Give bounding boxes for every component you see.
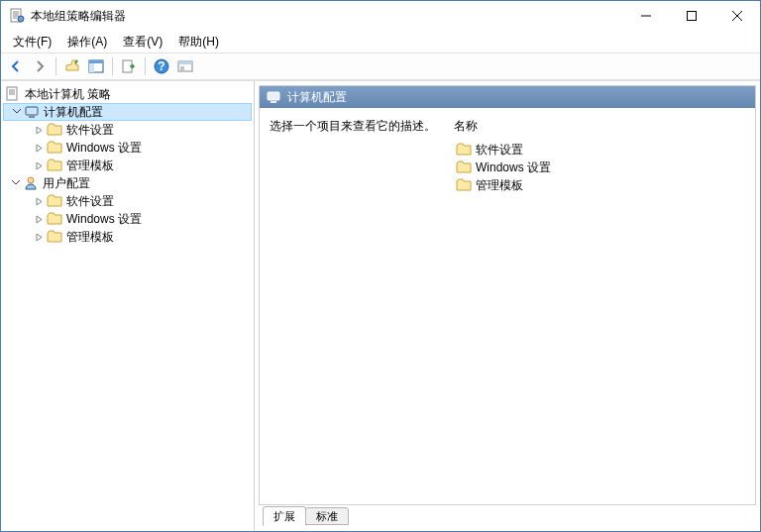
forward-button[interactable] [29, 55, 51, 77]
policy-icon [5, 86, 21, 102]
tree-label: 管理模板 [66, 158, 114, 174]
description-column: 选择一个项目来查看它的描述。 [270, 118, 438, 494]
tree-windows-settings[interactable]: Windows 设置 [3, 210, 252, 228]
tree-label: 软件设置 [66, 122, 114, 139]
detail-title: 计算机配置 [287, 89, 347, 106]
folder-icon [456, 142, 472, 158]
tree-computer-config[interactable]: 计算机配置 [3, 103, 252, 121]
tab-strip: 扩展 标准 [259, 505, 756, 527]
list-column: 名称 软件设置 Windows 设置 管理模板 [454, 118, 745, 494]
folder-icon [47, 211, 62, 227]
computer-icon [266, 89, 281, 105]
tree-admin-templates[interactable]: 管理模板 [3, 228, 252, 246]
menu-file[interactable]: 文件(F) [5, 32, 59, 53]
folder-icon [47, 122, 62, 138]
tree-label: Windows 设置 [66, 140, 142, 157]
folder-icon [47, 193, 62, 209]
collapse-icon[interactable] [10, 106, 22, 118]
svg-rect-2 [688, 12, 697, 21]
tree-label: 本地计算机 策略 [25, 86, 111, 103]
detail-body: 选择一个项目来查看它的描述。 名称 软件设置 Windows 设置 [260, 108, 755, 504]
list-item-label: 软件设置 [476, 142, 523, 159]
help-button[interactable]: ? [151, 55, 172, 77]
titlebar: 本地组策略编辑器 [1, 1, 760, 31]
menu-view[interactable]: 查看(V) [115, 32, 170, 53]
computer-icon [24, 104, 40, 120]
expand-icon[interactable] [33, 124, 45, 136]
tree-root[interactable]: 本地计算机 策略 [3, 85, 252, 103]
detail-header: 计算机配置 [260, 86, 755, 108]
list-item[interactable]: Windows 设置 [454, 159, 745, 176]
window-title: 本地组策略编辑器 [31, 8, 623, 25]
list-item-label: 管理模板 [476, 177, 523, 194]
detail-box: 计算机配置 选择一个项目来查看它的描述。 名称 软件设置 [259, 85, 756, 505]
app-window: 本地组策略编辑器 文件(F) 操作(A) 查看(V) 帮助(H) ? 本地计算机… [0, 0, 761, 532]
list-item[interactable]: 管理模板 [454, 176, 745, 194]
tree-software-settings[interactable]: 软件设置 [3, 192, 252, 210]
tab-extended[interactable]: 扩展 [263, 506, 306, 526]
folder-icon [47, 140, 62, 156]
svg-rect-15 [268, 92, 279, 100]
svg-rect-10 [178, 61, 192, 64]
user-icon [23, 175, 39, 191]
up-button[interactable] [61, 55, 83, 77]
tree-windows-settings[interactable]: Windows 设置 [3, 139, 252, 157]
folder-icon [47, 158, 62, 173]
tree-admin-templates[interactable]: 管理模板 [3, 157, 252, 174]
svg-rect-4 [89, 60, 103, 63]
folder-icon [456, 177, 472, 193]
description-prompt: 选择一个项目来查看它的描述。 [270, 118, 438, 135]
list-item[interactable]: 软件设置 [454, 141, 745, 159]
svg-rect-12 [26, 107, 38, 115]
tree-software-settings[interactable]: 软件设置 [3, 121, 252, 139]
toolbar-separator [112, 57, 113, 75]
menubar: 文件(F) 操作(A) 查看(V) 帮助(H) [1, 31, 760, 53]
filter-button[interactable] [174, 55, 196, 77]
maximize-button[interactable] [669, 1, 714, 31]
expand-icon[interactable] [33, 195, 45, 207]
tree-label: 用户配置 [43, 175, 90, 192]
svg-rect-13 [29, 116, 35, 118]
svg-point-14 [28, 177, 34, 183]
tree-pane[interactable]: 本地计算机 策略 计算机配置 软件设置 Windows 设置 管理模板 [1, 81, 255, 531]
show-hide-tree-button[interactable] [85, 55, 107, 77]
tree-label: 软件设置 [66, 193, 114, 210]
collapse-icon[interactable] [9, 177, 21, 189]
close-button[interactable] [714, 1, 760, 31]
expand-icon[interactable] [33, 231, 45, 243]
toolbar: ? [1, 53, 760, 80]
export-button[interactable] [118, 55, 140, 77]
tree-label: 管理模板 [66, 229, 114, 246]
svg-rect-5 [89, 63, 94, 72]
menu-action[interactable]: 操作(A) [59, 32, 115, 53]
toolbar-separator [145, 57, 146, 75]
svg-point-1 [18, 16, 24, 22]
toolbar-separator [55, 57, 56, 75]
name-column-header[interactable]: 名称 [454, 118, 745, 135]
content-area: 本地计算机 策略 计算机配置 软件设置 Windows 设置 管理模板 [1, 80, 760, 531]
expand-icon[interactable] [33, 213, 45, 225]
tab-standard[interactable]: 标准 [305, 507, 349, 525]
tree-user-config[interactable]: 用户配置 [3, 174, 252, 192]
tree-label: 计算机配置 [44, 104, 103, 121]
svg-text:?: ? [158, 59, 164, 73]
expand-icon[interactable] [33, 142, 45, 154]
tree-label: Windows 设置 [66, 211, 142, 228]
svg-rect-16 [271, 101, 276, 103]
back-button[interactable] [5, 55, 27, 77]
folder-icon [47, 229, 62, 245]
app-icon [9, 8, 25, 24]
minimize-button[interactable] [623, 1, 669, 31]
detail-pane: 计算机配置 选择一个项目来查看它的描述。 名称 软件设置 [255, 81, 760, 531]
expand-icon[interactable] [33, 160, 45, 171]
folder-icon [456, 160, 472, 175]
list-item-label: Windows 设置 [476, 160, 551, 176]
menu-help[interactable]: 帮助(H) [170, 32, 227, 53]
